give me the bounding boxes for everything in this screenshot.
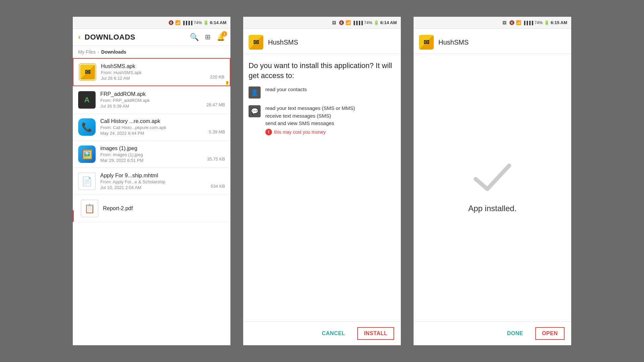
app-icon-3: ✉ [419, 35, 434, 50]
list-item[interactable]: A FRP_addROM.apk From: FRP_addROM.apk Ju… [73, 86, 230, 114]
list-item[interactable]: 📄 Apply For 9...ship.mhtml From: Apply F… [73, 168, 230, 195]
file-size: 35.75 KB [207, 157, 225, 162]
file-date: Jul 10, 2021 2:04 AM [100, 185, 206, 190]
checkmark-icon [472, 162, 513, 194]
install-question: Do you want to install this application?… [243, 54, 401, 86]
notification-icon[interactable]: 🔔 1 [217, 33, 225, 42]
app-title-3: HushSMS [438, 39, 469, 46]
install-buttons: CANCEL INSTALL [243, 321, 401, 345]
file-source: From: FRP_addROM.apk [100, 98, 202, 103]
file-icon-hushsms: ✉ ! [79, 63, 96, 81]
file-icon-pdf: 📋 [81, 200, 98, 217]
file-source: From: images (1).jpeg [100, 152, 203, 157]
search-icon[interactable]: 🔍 [190, 33, 199, 42]
open-button[interactable]: OPEN [535, 327, 565, 340]
status-bar-2: 🖼 🔇 📶 ▐▐▐▐ 74% 🔋 6:14 AM [243, 17, 401, 29]
status-bar-1: 🔇 📶 ▐▐▐▐ 74% 🔋 6:14 AM [73, 17, 230, 29]
permissions-list: 👤 read your contacts 💬 read your text me… [243, 86, 401, 321]
file-date: Mar 29, 2022 6:51 PM [100, 158, 203, 163]
list-item[interactable]: 🖼️ images (1).jpeg From: images (1).jpeg… [73, 141, 230, 168]
file-name: Call History ...re.com.apk [100, 118, 204, 124]
signal-icon-3: ▐▐▐▐ [523, 21, 533, 25]
warning-icon: ! [265, 129, 272, 135]
page-title: DOWNLOADS [85, 33, 190, 42]
file-info: HushSMS.apk From: HushSMS.apk Jul 26 6:1… [101, 63, 205, 81]
installed-content: App installed. [414, 54, 571, 321]
sms-icon: 💬 [249, 105, 261, 117]
install-app-header: ✉ HushSMS [243, 29, 401, 54]
file-size: 220 KB [210, 74, 224, 79]
battery-icon-3: 🔋 [544, 20, 549, 25]
permission-contacts: 👤 read your contacts [249, 86, 395, 99]
file-info: Report-2.pdf [103, 205, 225, 212]
grid-icon[interactable]: ⊞ [205, 33, 211, 42]
app-title: HushSMS [268, 39, 298, 46]
badge-count: 1 [222, 31, 227, 37]
file-name: HushSMS.apk [101, 63, 205, 69]
mute-icon-2: 🔇 [339, 20, 344, 25]
file-size: 28.47 MB [206, 102, 225, 107]
wifi-icon-2: 📶 [345, 20, 351, 25]
cancel-button[interactable]: CANCEL [318, 328, 349, 339]
status-time-1: 6:14 AM [210, 20, 226, 25]
mute-icon: 🔇 [168, 20, 174, 25]
list-item[interactable]: ✉ ! HushSMS.apk From: HushSMS.apk Jul 26… [73, 58, 230, 86]
screen2-install: 🖼 🔇 📶 ▐▐▐▐ 74% 🔋 6:14 AM ✉ HushSMS Do yo… [243, 17, 401, 345]
file-size: 5.39 MB [209, 129, 225, 134]
file-date: May 24, 2022 6:44 PM [100, 131, 204, 136]
file-source: From: Call Histo...pkpure.com.apk [100, 125, 204, 130]
file-date: Jul 26 6:12 AM [101, 76, 205, 81]
file-icon-call: 📞 [78, 118, 96, 136]
breadcrumb-current: Downloads [101, 49, 126, 55]
permission-sms: 💬 read your text messages (SMS or MMS) r… [249, 105, 395, 135]
permission-warning: ! this may cost you money [265, 129, 355, 135]
file-icon-img: 🖼️ [78, 145, 96, 163]
file-source: From: HushSMS.apk [101, 70, 205, 75]
battery-percentage: 74% [194, 20, 202, 25]
file-name: FRP_addROM.apk [100, 91, 202, 97]
back-button[interactable]: ‹ [78, 33, 80, 42]
file-icon-doc: 📄 [78, 173, 96, 190]
breadcrumb-chevron: › [98, 49, 99, 55]
list-item[interactable]: 📞 Call History ...re.com.apk From: Call … [73, 114, 230, 141]
permission-text-sms: read your text messages (SMS or MMS) rec… [265, 105, 355, 127]
battery-icon: 🔋 [203, 20, 209, 25]
screen1-downloads: 🔇 📶 ▐▐▐▐ 74% 🔋 6:14 AM ‹ DOWNLOADS 🔍 ⊞ 🔔… [73, 17, 230, 345]
signal-icon-2: ▐▐▐▐ [352, 21, 363, 25]
permission-text-contacts: read your contacts [265, 86, 307, 94]
installed-text: App installed. [468, 204, 517, 213]
wifi-icon: 📶 [175, 20, 180, 25]
file-size: 534 KB [211, 184, 225, 189]
status-time-3: 6:15 AM [551, 20, 567, 25]
photo-icon: 🖼 [332, 20, 336, 25]
file-date: Jul 26 5:39 AM [100, 104, 202, 109]
battery-pct-2: 74% [364, 20, 372, 25]
install-button[interactable]: INSTALL [357, 327, 394, 340]
file-list: ✉ ! HushSMS.apk From: HushSMS.apk Jul 26… [73, 58, 230, 345]
file-info: images (1).jpeg From: images (1).jpeg Ma… [100, 145, 203, 163]
breadcrumb: My Files › Downloads [73, 46, 230, 58]
wifi-icon-3: 📶 [516, 20, 521, 25]
contact-icon: 👤 [249, 86, 261, 99]
file-icon-frp: A [78, 91, 96, 109]
installed-app-header: ✉ HushSMS [414, 29, 571, 54]
battery-pct-3: 74% [535, 20, 543, 25]
file-name: images (1).jpeg [100, 145, 203, 152]
battery-icon-2: 🔋 [374, 20, 379, 25]
list-item[interactable]: 📋 Report-2.pdf [73, 195, 230, 222]
file-source: From: Apply For...e & Scholarship [100, 179, 206, 184]
done-button[interactable]: DONE [503, 328, 527, 339]
app-icon: ✉ [249, 35, 263, 50]
file-name: Apply For 9...ship.mhtml [100, 173, 206, 179]
photo-icon-3: 🖼 [502, 20, 506, 25]
screen3-installed: 🖼 🔇 📶 ▐▐▐▐ 74% 🔋 6:15 AM ✉ HushSMS [414, 17, 571, 345]
mute-icon-3: 🔇 [509, 20, 515, 25]
status-time-2: 6:14 AM [380, 20, 397, 25]
signal-icon: ▐▐▐▐ [182, 21, 192, 25]
file-name: Report-2.pdf [103, 205, 225, 212]
file-info: Apply For 9...ship.mhtml From: Apply For… [100, 173, 206, 190]
file-info: FRP_addROM.apk From: FRP_addROM.apk Jul … [100, 91, 202, 109]
breadcrumb-root[interactable]: My Files [78, 49, 96, 55]
status-bar-3: 🖼 🔇 📶 ▐▐▐▐ 74% 🔋 6:15 AM [414, 17, 571, 29]
warning-text: this may cost you money [274, 129, 326, 135]
